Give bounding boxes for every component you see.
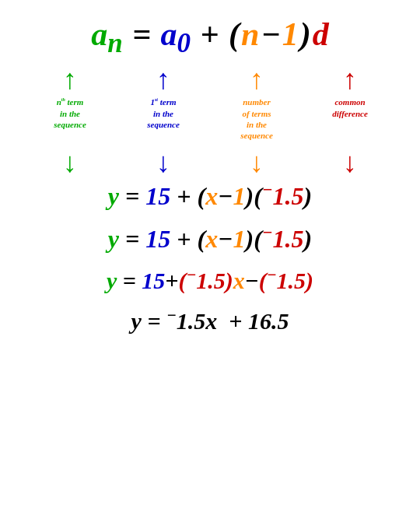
ex2-15: 15 [145, 225, 170, 254]
ex1-min: − [218, 182, 233, 211]
arrow-down-4: ↓ [315, 146, 385, 179]
formula-1: 1 [282, 16, 299, 53]
formula-plus: + [192, 16, 227, 53]
ex3-eq: = [117, 268, 142, 294]
arrow-up-4: ↑ [343, 65, 357, 93]
ex2-rp: )( [246, 225, 262, 254]
formula-d: d [313, 16, 329, 53]
page: an = a0 + ( n − 1 ) d ↑ nth termin these… [0, 0, 420, 529]
arrow-up-2: ↑ [156, 65, 170, 93]
arrow-down-1: ↓ [35, 146, 105, 179]
ex4-neg15x: −1.5x [166, 308, 217, 335]
ex2-y: y [108, 225, 119, 254]
ex2-x: x [205, 225, 218, 254]
ex2-1: 1 [233, 225, 246, 254]
ex1-neg15: −1.5 [262, 182, 304, 211]
label-1: nth termin thesequence [54, 96, 86, 130]
ex1-rp2: ) [303, 182, 312, 211]
ex4-plus-165: + 16.5 [217, 308, 289, 335]
ex1-rp: )( [246, 182, 262, 211]
arrow-col-2: ↑ 1st termin thesequence [128, 65, 198, 130]
ex3-min: − [245, 268, 259, 294]
formula-a0: a0 [161, 16, 191, 59]
ex1-plus: + [170, 182, 197, 211]
formula-rparen: ) [300, 16, 311, 53]
example-formula-2: y = 15 + ( x − 1 )( −1.5 ) [108, 225, 312, 254]
ex3-y: y [107, 268, 117, 294]
example-formula-4: y = −1.5x + 16.5 [131, 308, 289, 335]
example-formula-1: y = 15 + ( x − 1 )( −1.5 ) [108, 182, 312, 211]
ex2-neg15: −1.5 [262, 225, 304, 254]
arrow-down-2: ↓ [128, 146, 198, 179]
label-1-text: nth termin thesequence [54, 97, 86, 129]
formula-an: an [91, 16, 122, 59]
ex4-eq: = [142, 308, 166, 335]
ex3-lp-neg15b: (−1.5) [259, 268, 313, 294]
ex2-rp2: ) [303, 225, 312, 254]
ex3-15: 15 [142, 268, 165, 294]
ex3-plus: + [165, 268, 178, 294]
formula-minus: − [261, 16, 280, 53]
ex1-15: 15 [145, 182, 170, 211]
ex1-lp: ( [198, 182, 206, 211]
arrow-col-3: ↑ numberof termsin thesequence [222, 65, 292, 141]
label-4-text: commondifference [332, 97, 368, 117]
formula-eq: = [124, 16, 159, 53]
formula-lparen: ( [229, 16, 240, 53]
arrows-down-row: ↓ ↓ ↓ ↓ [16, 146, 404, 179]
arrow-col-1: ↑ nth termin thesequence [35, 65, 105, 130]
label-3-text: numberof termsin thesequence [240, 97, 273, 140]
example-formula-3: y = 15 + (−1.5) x − (−1.5) [107, 268, 313, 294]
ex2-plus: + [170, 225, 197, 254]
label-3: numberof termsin thesequence [240, 96, 273, 141]
ex4-y: y [131, 308, 142, 335]
ex1-x: x [205, 182, 218, 211]
main-formula: an = a0 + ( n − 1 ) d [91, 16, 329, 59]
ex3-lp-neg15: (−1.5) [178, 268, 233, 294]
arrows-up-row: ↑ nth termin thesequence ↑ 1st termin th… [16, 65, 404, 141]
label-4: commondifference [332, 96, 368, 119]
arrow-up-3: ↑ [250, 65, 264, 93]
label-2: 1st termin thesequence [147, 96, 180, 130]
ex1-y: y [108, 182, 119, 211]
label-2-text: 1st termin thesequence [147, 97, 180, 129]
ex2-eq: = [119, 225, 145, 254]
arrow-up-1: ↑ [63, 65, 77, 93]
ex2-lp: ( [198, 225, 206, 254]
ex3-x: x [233, 268, 245, 294]
formula-n: n [241, 16, 259, 53]
ex2-min: − [218, 225, 233, 254]
arrow-col-4: ↑ commondifference [315, 65, 385, 119]
ex1-eq: = [119, 182, 145, 211]
ex1-1: 1 [233, 182, 246, 211]
arrow-down-3: ↓ [222, 146, 292, 179]
